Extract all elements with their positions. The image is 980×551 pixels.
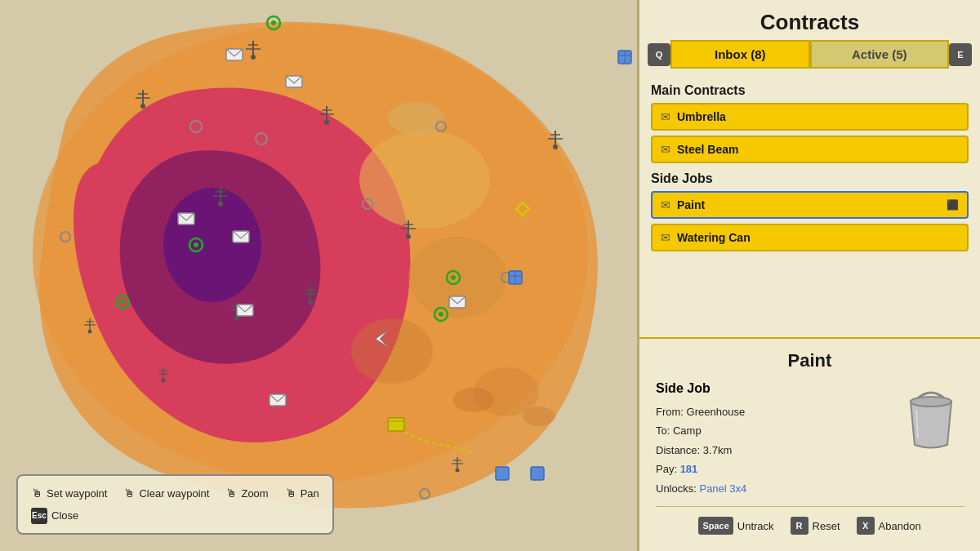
main-contracts-title: Main Contracts (651, 83, 969, 98)
side-jobs-title: Side Jobs (651, 171, 969, 186)
svg-point-33 (308, 300, 313, 304)
svg-point-61 (439, 312, 443, 317)
svg-point-57 (120, 300, 125, 304)
contract-steel-beam[interactable]: ✉ Steel Beam (651, 136, 969, 163)
abandon-label: Abandon (879, 520, 921, 532)
svg-point-2 (163, 188, 261, 302)
mail-icon-umbrella: ✉ (661, 110, 670, 123)
svg-point-53 (162, 379, 166, 383)
svg-point-29 (406, 234, 411, 239)
detail-distance: Distance: 3.7km (656, 441, 885, 460)
hud-zoom: 🖱 Zoom (225, 484, 268, 504)
svg-point-45 (456, 469, 460, 473)
contracts-panel: Contracts Q Inbox (8) Active (5) E Main … (637, 0, 980, 551)
mail-icon-paint: ✉ (661, 198, 670, 211)
detail-panel: Paint Side Job From: Greenhouse To: Camp… (639, 337, 980, 551)
svg-point-9 (523, 407, 555, 426)
mouse-icon: 🖱 (31, 484, 42, 504)
contract-umbrella[interactable]: ✉ Umbrella (651, 103, 969, 131)
tab-inbox[interactable]: Inbox (8) (670, 40, 810, 69)
tabs-row: Q Inbox (8) Active (5) E (639, 40, 980, 75)
svg-point-8 (453, 388, 494, 412)
close-label: Close (51, 507, 78, 525)
hud-close[interactable]: Esc Close (31, 507, 78, 525)
esc-key: Esc (31, 508, 47, 524)
hud-pan: 🖱 Pan (285, 484, 319, 504)
svg-point-25 (218, 202, 223, 207)
r-key: R (791, 517, 808, 535)
svg-rect-88 (388, 418, 404, 431)
hud-clear-waypoint: 🖱 Clear waypoint (123, 484, 209, 504)
contract-steel-beam-label: Steel Beam (677, 143, 959, 156)
svg-rect-84 (496, 467, 509, 480)
svg-rect-85 (531, 467, 544, 480)
svg-point-3 (359, 131, 490, 229)
detail-title: Paint (656, 350, 964, 371)
tab-active[interactable]: Active (5) (810, 40, 950, 69)
tab-q-key: Q (648, 43, 670, 66)
x-key: X (857, 517, 875, 535)
action-untrack[interactable]: Space Untrack (698, 517, 773, 535)
mouse-icon-3: 🖱 (225, 484, 237, 504)
detail-content: Side Job From: Greenhouse To: Camp Dista… (656, 381, 964, 498)
contract-watering-can-label: Watering Can (677, 231, 959, 244)
svg-point-5 (351, 318, 433, 384)
svg-point-59 (451, 275, 456, 280)
mouse-icon-4: 🖱 (285, 484, 296, 504)
detail-from: From: Greenhouse (656, 402, 885, 421)
detail-to: To: Camp (656, 421, 885, 440)
mail-icon-watering: ✉ (661, 231, 670, 244)
pan-label: Pan (301, 485, 319, 503)
mouse-icon-2: 🖱 (123, 484, 135, 504)
contracts-list: Main Contracts ✉ Umbrella ✉ Steel Beam S… (639, 75, 980, 337)
zoom-label: Zoom (241, 485, 268, 503)
mail-icon-steel: ✉ (661, 143, 670, 156)
svg-point-90 (911, 397, 951, 407)
svg-point-63 (194, 242, 198, 247)
svg-point-55 (271, 20, 276, 25)
contract-paint[interactable]: ✉ Paint ⬛ (651, 191, 969, 219)
action-bar: Space Untrack R Reset X Abandon (656, 506, 964, 540)
panel-title: Contracts (639, 0, 980, 40)
set-waypoint-label: Set waypoint (47, 485, 107, 503)
hud-set-waypoint: 🖱 Set waypoint (31, 484, 107, 504)
detail-unlocks: Unlocks: Panel 3x4 (656, 479, 885, 498)
contract-umbrella-label: Umbrella (677, 110, 959, 123)
svg-point-17 (140, 104, 145, 109)
svg-point-13 (251, 55, 256, 60)
contract-watering-can[interactable]: ✉ Watering Can (651, 224, 969, 251)
svg-point-49 (88, 330, 92, 334)
detail-info: Side Job From: Greenhouse To: Camp Dista… (656, 381, 885, 498)
box-icon-paint: ⬛ (947, 199, 959, 211)
untrack-label: Untrack (737, 520, 774, 532)
svg-point-37 (234, 316, 239, 321)
action-reset[interactable]: R Reset (791, 517, 840, 535)
svg-point-41 (553, 144, 558, 149)
job-type: Side Job (656, 381, 885, 396)
svg-point-21 (324, 120, 329, 125)
hud-controls: 🖱 Set waypoint 🖱 Clear waypoint 🖱 Zoom 🖱… (16, 474, 334, 535)
clear-waypoint-label: Clear waypoint (139, 485, 209, 503)
paint-bucket-icon (898, 381, 964, 498)
contract-paint-label: Paint (677, 198, 940, 211)
tab-e-key: E (949, 43, 972, 66)
space-key: Space (698, 517, 733, 535)
map-area[interactable] (0, 0, 637, 551)
detail-pay: Pay: 181 (656, 460, 885, 478)
reset-label: Reset (813, 520, 840, 532)
action-abandon[interactable]: X Abandon (857, 517, 921, 535)
